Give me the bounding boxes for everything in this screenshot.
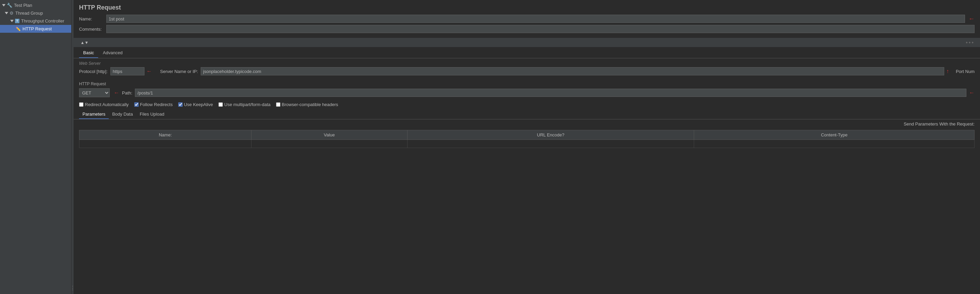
cell-url-encode [407,140,694,148]
server-arrow: ↑ [946,68,949,74]
checkbox-follow-redirects[interactable]: Follow Redirects [134,102,173,107]
controller-icon: T [15,19,19,23]
toolbar: ▲▼ ••• [73,38,980,47]
protocol-arrow: ← [146,68,152,74]
col-header-name: Name: [80,130,251,140]
comments-label: Comments: [79,27,106,32]
multipart-label: Use multipart/form-data [224,102,270,107]
http-request-section-label: HTTP Request [73,80,980,87]
tab-advanced[interactable]: Advanced [99,48,127,58]
sub-tab-body-data[interactable]: Body Data [109,110,136,119]
web-server-section: Web Server Protocol [http]: ← Server Nam… [73,58,980,80]
comments-row: Comments: [79,25,975,33]
sidebar-item-test-plan[interactable]: 🔧 Test Plan [0,2,71,9]
cell-name [80,140,251,148]
col-header-content-type: Content-Type [694,130,975,140]
browser-headers-checkbox[interactable] [276,102,280,107]
follow-redirects-label: Follow Redirects [140,102,173,107]
port-label: Port Num [956,69,975,74]
checkbox-browser-headers[interactable]: Browser-compatible headers [276,102,338,107]
content-header: HTTP Request Name: ← Comments: [73,0,980,38]
params-table-container: Name: Value URL Encode? Content-Type [73,129,980,148]
sidebar-item-thread-group[interactable]: ⚙ Thread Group [0,9,71,17]
redirect-auto-checkbox[interactable] [79,102,83,107]
cell-content-type [694,140,975,148]
main-tabs-bar: Basic Advanced [73,48,980,58]
method-arrow: ← [114,90,119,96]
name-arrow: ← [969,15,975,22]
method-path-row: GET POST PUT PATCH DELETE HEAD OPTIONS ←… [73,87,980,99]
expand-icon [10,20,14,22]
sidebar-item-label: Test Plan [14,3,32,8]
checkbox-multipart[interactable]: Use multipart/form-data [218,102,270,107]
multipart-checkbox[interactable] [218,102,223,107]
path-input[interactable] [135,89,966,97]
sub-tabs-bar: Parameters Body Data Files Upload [73,110,980,119]
sidebar-item-label: HTTP Request [22,26,52,31]
checkboxes-row: Redirect Automatically Follow Redirects … [73,101,980,110]
checkbox-use-keepalive[interactable]: Use KeepAlive [178,102,213,107]
redirect-auto-label: Redirect Automatically [85,102,129,107]
use-keepalive-checkbox[interactable] [178,102,183,107]
sub-tab-parameters[interactable]: Parameters [79,110,109,119]
protocol-row: Protocol [http]: ← Server Name or IP: ↑ … [79,67,975,75]
method-select[interactable]: GET POST PUT PATCH DELETE HEAD OPTIONS [79,88,110,97]
expand-icon [5,12,8,14]
browser-headers-label: Browser-compatible headers [282,102,338,107]
path-arrow: ← [969,90,975,96]
page-title: HTTP Request [79,4,975,11]
name-input[interactable] [106,15,965,23]
comments-input[interactable] [106,25,975,33]
sidebar-item-label: Throughput Controller [21,18,64,24]
server-input[interactable] [201,67,944,75]
web-server-label: Web Server [79,61,975,66]
sidebar-item-label: Thread Group [15,11,43,16]
sidebar-item-throughput-controller[interactable]: T Throughput Controller [0,17,71,25]
expand-icon [2,4,5,6]
checkbox-redirect-auto[interactable]: Redirect Automatically [79,102,129,107]
sub-tab-files-upload[interactable]: Files Upload [136,110,168,119]
thread-group-icon: ⚙ [10,11,14,16]
name-row: Name: ← [79,15,975,23]
more-options: ••• [966,40,975,46]
params-table: Name: Value URL Encode? Content-Type [79,130,975,148]
protocol-input[interactable] [110,67,145,75]
cell-value [251,140,407,148]
tab-basic[interactable]: Basic [79,48,98,58]
pencil-icon: ✏️ [16,27,21,31]
protocol-label: Protocol [http]: [79,69,108,74]
sidebar-item-http-request[interactable]: ✏️ HTTP Request [0,25,71,33]
sidebar: 🔧 Test Plan ⚙ Thread Group T Throughput … [0,0,72,294]
main-panel: HTTP Request Name: ← Comments: ▲▼ ••• Ba… [73,0,980,294]
follow-redirects-checkbox[interactable] [134,102,139,107]
send-params-label: Send Parameters With the Request: [73,119,980,129]
use-keepalive-label: Use KeepAlive [184,102,213,107]
resize-divider[interactable] [72,0,73,294]
expand-btn[interactable]: ▲▼ [79,40,90,46]
col-header-value: Value [251,130,407,140]
server-label: Server Name or IP: [160,69,198,74]
table-row [80,140,975,148]
col-header-url-encode: URL Encode? [407,130,694,140]
test-plan-icon: 🔧 [7,3,12,8]
path-label: Path: [122,90,132,96]
name-label: Name: [79,16,106,21]
